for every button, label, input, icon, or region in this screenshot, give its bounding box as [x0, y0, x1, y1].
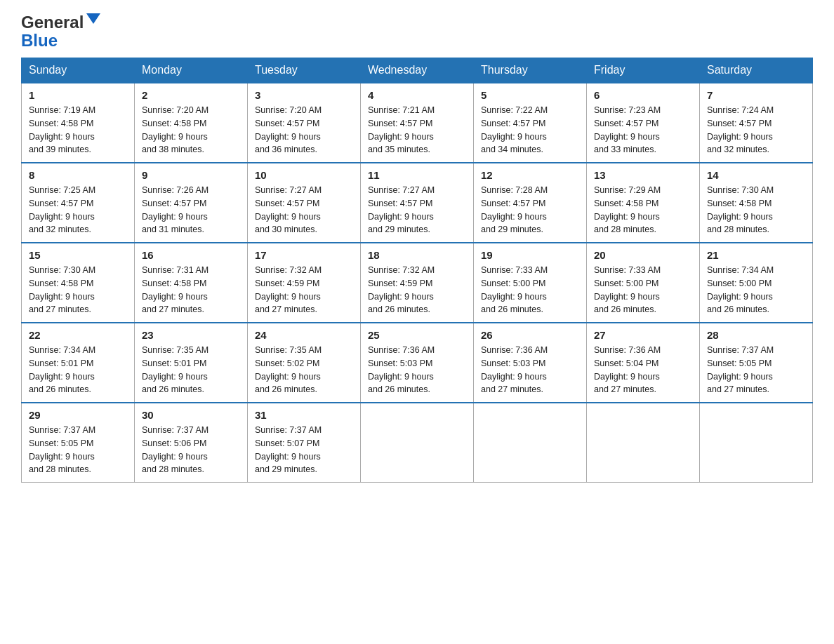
day-number: 29 — [29, 409, 127, 421]
day-info: Sunrise: 7:37 AM Sunset: 5:05 PM Dayligh… — [707, 344, 805, 396]
day-number: 10 — [255, 169, 353, 181]
day-number: 2 — [142, 89, 240, 101]
day-number: 27 — [594, 329, 692, 341]
header-sunday: Sunday — [22, 58, 135, 83]
header-saturday: Saturday — [700, 58, 813, 83]
day-info: Sunrise: 7:25 AM Sunset: 4:57 PM Dayligh… — [29, 184, 127, 236]
calendar-table: SundayMondayTuesdayWednesdayThursdayFrid… — [21, 58, 813, 483]
calendar-cell: 12 Sunrise: 7:28 AM Sunset: 4:57 PM Dayl… — [474, 163, 587, 243]
calendar-week-row: 8 Sunrise: 7:25 AM Sunset: 4:57 PM Dayli… — [22, 163, 813, 243]
day-info: Sunrise: 7:36 AM Sunset: 5:03 PM Dayligh… — [481, 344, 579, 396]
day-number: 12 — [481, 169, 579, 181]
day-number: 17 — [255, 249, 353, 261]
day-number: 5 — [481, 89, 579, 101]
day-info: Sunrise: 7:36 AM Sunset: 5:04 PM Dayligh… — [594, 344, 692, 396]
day-number: 16 — [142, 249, 240, 261]
day-number: 3 — [255, 89, 353, 101]
calendar-cell: 6 Sunrise: 7:23 AM Sunset: 4:57 PM Dayli… — [587, 83, 700, 163]
day-info: Sunrise: 7:33 AM Sunset: 5:00 PM Dayligh… — [481, 264, 579, 316]
header-monday: Monday — [135, 58, 248, 83]
calendar-cell — [474, 403, 587, 483]
calendar-cell: 3 Sunrise: 7:20 AM Sunset: 4:57 PM Dayli… — [248, 83, 361, 163]
day-number: 24 — [255, 329, 353, 341]
day-info: Sunrise: 7:30 AM Sunset: 4:58 PM Dayligh… — [707, 184, 805, 236]
calendar-cell: 5 Sunrise: 7:22 AM Sunset: 4:57 PM Dayli… — [474, 83, 587, 163]
day-number: 8 — [29, 169, 127, 181]
calendar-cell: 8 Sunrise: 7:25 AM Sunset: 4:57 PM Dayli… — [22, 163, 135, 243]
calendar-cell: 1 Sunrise: 7:19 AM Sunset: 4:58 PM Dayli… — [22, 83, 135, 163]
day-info: Sunrise: 7:27 AM Sunset: 4:57 PM Dayligh… — [368, 184, 466, 236]
calendar-cell: 14 Sunrise: 7:30 AM Sunset: 4:58 PM Dayl… — [700, 163, 813, 243]
calendar-week-row: 15 Sunrise: 7:30 AM Sunset: 4:58 PM Dayl… — [22, 243, 813, 323]
logo-general-text: General — [21, 14, 84, 31]
day-number: 28 — [707, 329, 805, 341]
day-info: Sunrise: 7:31 AM Sunset: 4:58 PM Dayligh… — [142, 264, 240, 316]
day-info: Sunrise: 7:34 AM Sunset: 5:00 PM Dayligh… — [707, 264, 805, 316]
day-info: Sunrise: 7:30 AM Sunset: 4:58 PM Dayligh… — [29, 264, 127, 316]
header-thursday: Thursday — [474, 58, 587, 83]
day-number: 20 — [594, 249, 692, 261]
day-number: 1 — [29, 89, 127, 101]
header-wednesday: Wednesday — [361, 58, 474, 83]
calendar-cell: 18 Sunrise: 7:32 AM Sunset: 4:59 PM Dayl… — [361, 243, 474, 323]
calendar-cell: 7 Sunrise: 7:24 AM Sunset: 4:57 PM Dayli… — [700, 83, 813, 163]
logo-line1: General — [21, 14, 100, 31]
calendar-cell — [700, 403, 813, 483]
calendar-cell: 11 Sunrise: 7:27 AM Sunset: 4:57 PM Dayl… — [361, 163, 474, 243]
day-number: 4 — [368, 89, 466, 101]
day-number: 13 — [594, 169, 692, 181]
day-number: 19 — [481, 249, 579, 261]
calendar-header-row: SundayMondayTuesdayWednesdayThursdayFrid… — [22, 58, 813, 83]
logo-area: General Blue — [21, 14, 100, 51]
day-number: 7 — [707, 89, 805, 101]
page-header: General Blue — [21, 14, 813, 51]
header-friday: Friday — [587, 58, 700, 83]
calendar-cell: 23 Sunrise: 7:35 AM Sunset: 5:01 PM Dayl… — [135, 323, 248, 403]
day-info: Sunrise: 7:21 AM Sunset: 4:57 PM Dayligh… — [368, 104, 466, 156]
calendar-cell: 31 Sunrise: 7:37 AM Sunset: 5:07 PM Dayl… — [248, 403, 361, 483]
day-number: 31 — [255, 409, 353, 421]
calendar-cell: 24 Sunrise: 7:35 AM Sunset: 5:02 PM Dayl… — [248, 323, 361, 403]
calendar-cell: 29 Sunrise: 7:37 AM Sunset: 5:05 PM Dayl… — [22, 403, 135, 483]
calendar-cell — [361, 403, 474, 483]
day-info: Sunrise: 7:26 AM Sunset: 4:57 PM Dayligh… — [142, 184, 240, 236]
calendar-cell: 28 Sunrise: 7:37 AM Sunset: 5:05 PM Dayl… — [700, 323, 813, 403]
day-info: Sunrise: 7:37 AM Sunset: 5:06 PM Dayligh… — [142, 424, 240, 476]
calendar-week-row: 22 Sunrise: 7:34 AM Sunset: 5:01 PM Dayl… — [22, 323, 813, 403]
day-number: 14 — [707, 169, 805, 181]
calendar-cell: 22 Sunrise: 7:34 AM Sunset: 5:01 PM Dayl… — [22, 323, 135, 403]
calendar-cell: 21 Sunrise: 7:34 AM Sunset: 5:00 PM Dayl… — [700, 243, 813, 323]
day-info: Sunrise: 7:22 AM Sunset: 4:57 PM Dayligh… — [481, 104, 579, 156]
calendar-cell: 25 Sunrise: 7:36 AM Sunset: 5:03 PM Dayl… — [361, 323, 474, 403]
day-info: Sunrise: 7:36 AM Sunset: 5:03 PM Dayligh… — [368, 344, 466, 396]
day-info: Sunrise: 7:29 AM Sunset: 4:58 PM Dayligh… — [594, 184, 692, 236]
day-number: 21 — [707, 249, 805, 261]
day-number: 23 — [142, 329, 240, 341]
calendar-cell: 9 Sunrise: 7:26 AM Sunset: 4:57 PM Dayli… — [135, 163, 248, 243]
day-number: 11 — [368, 169, 466, 181]
calendar-cell: 16 Sunrise: 7:31 AM Sunset: 4:58 PM Dayl… — [135, 243, 248, 323]
calendar-cell: 2 Sunrise: 7:20 AM Sunset: 4:58 PM Dayli… — [135, 83, 248, 163]
day-info: Sunrise: 7:20 AM Sunset: 4:57 PM Dayligh… — [255, 104, 353, 156]
day-number: 18 — [368, 249, 466, 261]
calendar-cell: 19 Sunrise: 7:33 AM Sunset: 5:00 PM Dayl… — [474, 243, 587, 323]
calendar-cell: 30 Sunrise: 7:37 AM Sunset: 5:06 PM Dayl… — [135, 403, 248, 483]
day-number: 22 — [29, 329, 127, 341]
calendar-cell: 13 Sunrise: 7:29 AM Sunset: 4:58 PM Dayl… — [587, 163, 700, 243]
day-info: Sunrise: 7:35 AM Sunset: 5:01 PM Dayligh… — [142, 344, 240, 396]
day-info: Sunrise: 7:32 AM Sunset: 4:59 PM Dayligh… — [255, 264, 353, 316]
day-number: 9 — [142, 169, 240, 181]
day-info: Sunrise: 7:19 AM Sunset: 4:58 PM Dayligh… — [29, 104, 127, 156]
day-info: Sunrise: 7:32 AM Sunset: 4:59 PM Dayligh… — [368, 264, 466, 316]
day-info: Sunrise: 7:28 AM Sunset: 4:57 PM Dayligh… — [481, 184, 579, 236]
calendar-cell: 15 Sunrise: 7:30 AM Sunset: 4:58 PM Dayl… — [22, 243, 135, 323]
calendar-cell — [587, 403, 700, 483]
calendar-week-row: 29 Sunrise: 7:37 AM Sunset: 5:05 PM Dayl… — [22, 403, 813, 483]
day-info: Sunrise: 7:34 AM Sunset: 5:01 PM Dayligh… — [29, 344, 127, 396]
day-info: Sunrise: 7:20 AM Sunset: 4:58 PM Dayligh… — [142, 104, 240, 156]
day-info: Sunrise: 7:33 AM Sunset: 5:00 PM Dayligh… — [594, 264, 692, 316]
day-number: 30 — [142, 409, 240, 421]
header-tuesday: Tuesday — [248, 58, 361, 83]
day-info: Sunrise: 7:24 AM Sunset: 4:57 PM Dayligh… — [707, 104, 805, 156]
day-number: 25 — [368, 329, 466, 341]
